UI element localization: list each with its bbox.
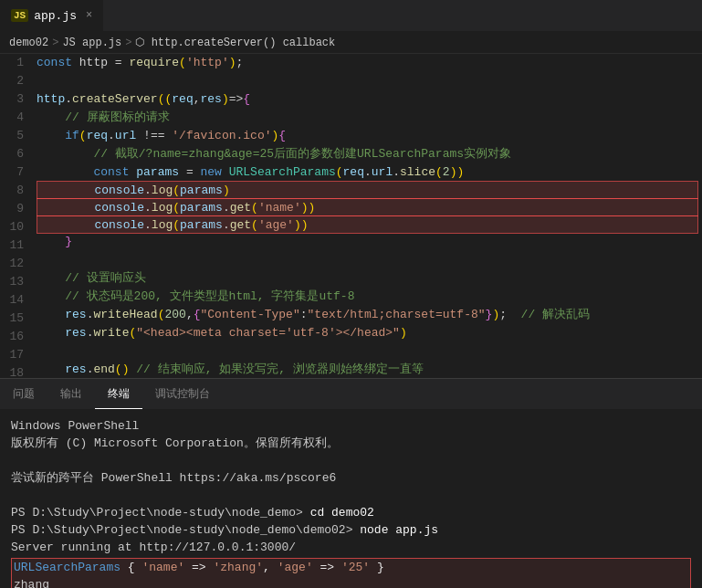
code-line-7: const params = new URLSearchParams(req.u… xyxy=(37,163,698,182)
code-line-10: console.log(params.get('age')) xyxy=(37,215,698,234)
line-numbers: 123456789101112131415161718 xyxy=(0,54,33,378)
line-number-4: 4 xyxy=(7,109,24,127)
panel-tabs: 问题 输出 终端 调试控制台 xyxy=(0,378,702,410)
breadcrumb-sep2: > xyxy=(125,37,131,49)
tab-terminal[interactable]: 终端 xyxy=(95,379,142,409)
code-line-4: // 屏蔽图标的请求 xyxy=(37,109,698,127)
line-number-1: 1 xyxy=(7,54,24,72)
code-line-12 xyxy=(37,251,698,269)
code-line-5: if(req.url !== '/favicon.ico'){ xyxy=(37,127,698,145)
code-line-3: http.createServer((req,res)=>{ xyxy=(37,90,698,109)
code-line-11: } xyxy=(37,233,698,251)
code-area[interactable]: const http = require('http'); http.creat… xyxy=(33,54,702,378)
breadcrumb-sep1: > xyxy=(52,37,58,49)
line-number-3: 3 xyxy=(7,90,24,109)
line-number-18: 18 xyxy=(7,364,24,378)
line-number-6: 6 xyxy=(7,145,24,163)
breadcrumb-function: ⬡ http.createServer() callback xyxy=(135,36,335,49)
code-line-8: console.log(params) xyxy=(37,181,698,199)
tab-close-button[interactable]: × xyxy=(86,9,92,22)
terminal-input2: node app.js xyxy=(360,523,438,537)
line-number-16: 16 xyxy=(7,328,24,346)
terminal-empty1 xyxy=(11,452,691,469)
line-number-12: 12 xyxy=(7,255,24,273)
tab-appjs[interactable]: JS app.js × xyxy=(0,0,104,31)
line-number-5: 5 xyxy=(7,127,24,145)
code-line-6: // 截取/?name=zhang&age=25后面的参数创建URLSearch… xyxy=(37,145,698,163)
terminal-header: Windows PowerShell xyxy=(11,417,691,435)
terminal-cmd1: PS D:\Study\Project\node-study\node_demo… xyxy=(11,504,691,521)
line-number-10: 10 xyxy=(7,218,24,236)
terminal-prompt2: PS D:\Study\Project\node-study\node_demo… xyxy=(11,523,360,537)
code-line-13: // 设置响应头 xyxy=(37,269,698,288)
breadcrumb-js: JS app.js xyxy=(62,37,121,49)
terminal-prompt1: PS D:\Study\Project\node-study\node_demo… xyxy=(11,506,310,520)
code-line-2 xyxy=(37,72,698,90)
breadcrumb-demo02: demo02 xyxy=(9,37,48,49)
terminal-server-running: Server running at http://127.0.0.1:3000/ xyxy=(11,539,691,556)
tab-debug-console[interactable]: 调试控制台 xyxy=(142,379,223,409)
terminal-urlsearchparams-output: URLSearchParams { 'name' => 'zhang', 'ag… xyxy=(14,559,688,576)
tab-problems[interactable]: 问题 xyxy=(0,379,47,409)
tab-bar: JS app.js × xyxy=(0,0,702,32)
terminal-copyright: 版权所有 (C) Microsoft Corporation。保留所有权利。 xyxy=(11,435,691,452)
terminal-input1: cd demo02 xyxy=(310,506,374,520)
terminal-output-highlighted-box: URLSearchParams { 'name' => 'zhang', 'ag… xyxy=(11,558,691,588)
line-number-7: 7 xyxy=(7,163,24,182)
code-line-16: res.write("<head><meta charset='utf-8'><… xyxy=(37,324,698,342)
code-line-15: res.writeHead(200,{"Content-Type":"text/… xyxy=(37,306,698,324)
terminal-empty2 xyxy=(11,487,691,504)
line-number-2: 2 xyxy=(7,72,24,90)
line-number-14: 14 xyxy=(7,291,24,310)
code-line-9: console.log(params.get('name')) xyxy=(37,198,698,216)
line-number-17: 17 xyxy=(7,346,24,364)
line-number-9: 9 xyxy=(7,200,24,218)
terminal[interactable]: Windows PowerShell 版权所有 (C) Microsoft Co… xyxy=(0,410,702,588)
code-line-17 xyxy=(37,342,698,361)
tab-filename: app.js xyxy=(34,9,77,23)
terminal-cmd2: PS D:\Study\Project\node-study\node_demo… xyxy=(11,521,691,539)
terminal-tip: 尝试新的跨平台 PowerShell https://aka.ms/pscore… xyxy=(11,469,691,487)
breadcrumb: demo02 > JS app.js > ⬡ http.createServer… xyxy=(0,32,702,54)
code-line-1: const http = require('http'); xyxy=(37,54,698,72)
code-line-14: // 状态码是200, 文件类型是html, 字符集是utf-8 xyxy=(37,288,698,306)
code-line-18: res.end() // 结束响应, 如果没写完, 浏览器则始终绑定一直等 xyxy=(37,361,698,378)
line-number-8: 8 xyxy=(7,182,24,200)
line-number-13: 13 xyxy=(7,273,24,291)
js-file-icon: JS xyxy=(11,9,28,22)
line-number-15: 15 xyxy=(7,310,24,328)
tab-output[interactable]: 输出 xyxy=(47,379,95,409)
terminal-output-name: zhang xyxy=(14,576,688,588)
editor: 123456789101112131415161718 const http =… xyxy=(0,54,702,378)
line-number-11: 11 xyxy=(7,236,24,255)
